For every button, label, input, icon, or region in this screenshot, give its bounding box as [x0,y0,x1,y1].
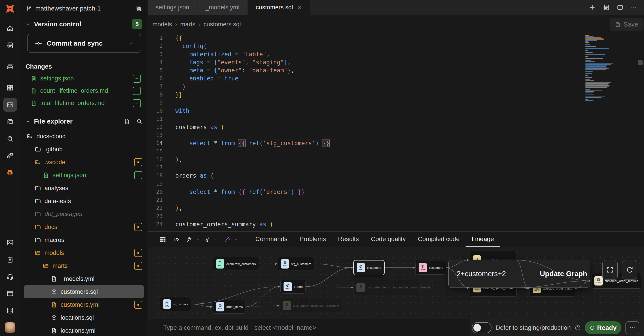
format-options-chevron-icon[interactable] [214,237,219,242]
changed-file-row[interactable]: settings.json [20,72,148,85]
scrollbar-thumb[interactable] [638,60,643,65]
copilot-fix-icon[interactable] [224,236,231,243]
more-options-icon[interactable] [630,4,637,11]
breadcrumb-item[interactable]: marts [180,21,196,28]
rail-avatar-icon[interactable] [3,321,17,335]
help-icon[interactable] [575,325,581,331]
update-graph-button[interactable]: Update Graph [537,260,590,288]
tree-item-dbt_packages[interactable]: dbt_packages [24,208,144,221]
commit-options-dropdown[interactable] [122,34,141,52]
lineage-node-test_order_items_compute_to_bools_correctly[interactable]: TSTtest_order_items_compute_to_bools_cor… [353,280,417,295]
lineage-node-stg_orders[interactable]: MDLstg_orders [160,297,191,311]
node-label: stg_orders [173,303,188,306]
new-file-icon[interactable] [124,118,130,124]
rail-frames-icon[interactable] [3,115,17,129]
tree-item-analyses[interactable]: analyses [24,182,144,195]
lineage-node-order_items[interactable]: MDLorder_items [213,300,246,314]
compile-code-icon[interactable] [173,236,180,243]
copy-branch-icon[interactable] [136,5,142,12]
tree-item-docs-cloud[interactable]: docs-cloud [24,130,144,143]
rail-notebook-icon[interactable] [3,38,17,52]
build-options-chevron-icon[interactable] [196,237,200,242]
rail-atom-icon[interactable] [3,166,17,180]
rail-home-icon[interactable] [3,21,17,35]
panel-tab-compiled-code[interactable]: Compiled code [412,232,466,247]
refresh-graph-button[interactable] [622,260,637,280]
tree-item-customers.sql[interactable]: customers.sql [24,285,144,298]
tree-item-customers.yml[interactable]: customers.yml [24,298,144,311]
breadcrumb: models›marts›customers.sql [152,21,241,28]
breadcrumb-item[interactable]: customers.sql [204,21,241,28]
open-notebook-icon[interactable] [603,4,610,11]
lineage-node-ecom.raw_customers[interactable]: SRCecom.raw_customers [213,257,259,271]
breadcrumb-item[interactable]: models [152,21,172,28]
changed-file-row[interactable]: total_lifetime_orders.md [20,97,148,109]
file-explorer-title: File explorer [34,118,72,125]
new-tab-icon[interactable] [589,4,596,11]
rail-flow-icon[interactable] [3,149,17,163]
status-badge[interactable]: Ready [585,321,622,334]
lineage-graph[interactable]: 2+customers+2 Update Graph SRCecom.raw_c… [148,247,644,319]
tree-item-.github[interactable]: .github [24,143,144,156]
split-editor-icon[interactable] [617,4,624,11]
lineage-selector-input[interactable]: 2+customers+2 [448,260,537,288]
file-icon [51,328,57,334]
rail-code-editor-icon[interactable] [3,98,17,112]
command-bar-more-button[interactable] [626,321,639,334]
rail-browser-icon[interactable] [3,287,17,301]
version-control-header[interactable]: Version control 5 [20,17,148,31]
tree-item-_models.yml[interactable]: _models.yml [24,272,144,285]
rail-search-lens-icon[interactable] [3,132,17,146]
panel-tab-problems[interactable]: Problems [294,232,332,247]
panel-tab-lineage[interactable]: Lineage [466,232,500,247]
rail-tiles-icon[interactable] [3,81,17,95]
format-icon[interactable] [205,236,212,243]
file-explorer-header[interactable]: File explorer [20,114,148,128]
rail-apps-icon[interactable] [3,304,17,318]
build-icon[interactable] [186,236,193,243]
tree-item-macros[interactable]: macros [24,234,144,246]
save-button[interactable]: Save [610,18,644,31]
lineage-node-stg_customers[interactable]: MDLstg_customers [278,257,314,271]
editor-tab-settings.json[interactable]: settings.json [148,0,198,15]
tree-item-marts[interactable]: marts [24,259,144,272]
panel-tab-results[interactable]: Results [332,232,365,247]
tree-item-locations.sql[interactable]: locations.sql [24,311,144,324]
tree-item-models[interactable]: models [24,246,144,259]
lineage-node-orders[interactable]: MDLorders [280,280,306,294]
rail-headset-icon[interactable] [3,270,17,284]
editor-tab-customers.sql[interactable]: customers.sql [248,0,310,15]
tree-item-locations.yml[interactable]: locations.yml [24,324,144,336]
stage-file-button[interactable] [133,99,141,107]
tree-item-docs[interactable]: docs [24,221,144,234]
stage-file-button[interactable] [133,75,141,83]
commit-and-sync-button[interactable]: Commit and sync [27,34,141,53]
dbt-logo-icon[interactable] [4,3,16,14]
lineage-node-customers[interactable]: SEMcustomers [416,261,446,275]
branch-row[interactable]: matthewshaver-patch-1 [20,0,148,17]
stage-file-button[interactable] [133,87,141,95]
minimap[interactable] [586,35,624,101]
panel-tab-commands[interactable]: Commands [249,232,294,247]
command-input[interactable]: Type a command, ex. dbt build --select <… [163,324,316,331]
lineage-node-customers[interactable]: MDLcustomers [353,260,384,275]
panel-tab-code-quality[interactable]: Code quality [365,232,412,247]
preview-results-icon[interactable] [159,236,166,243]
rail-clipboard-icon[interactable] [3,253,17,267]
tree-item-data-tests[interactable]: data-tests [24,195,144,208]
copilot-options-chevron-icon[interactable] [234,237,238,242]
rail-layers-icon[interactable] [3,60,17,73]
close-tab-icon[interactable] [298,5,302,10]
tree-item-.vscode[interactable]: .vscode [24,156,144,169]
modified-badge [134,262,142,270]
file-name: .vscode [44,159,65,166]
changed-file-row[interactable]: count_lifetime_orders.md [20,85,148,97]
search-files-icon[interactable] [136,118,142,124]
defer-toggle[interactable] [472,322,492,333]
rail-terminal-icon[interactable] [3,236,17,250]
fullscreen-button[interactable] [602,260,618,280]
code-editor[interactable]: 123456789101112131415161718192021222324 … [148,34,644,231]
editor-tab-_models.yml[interactable]: _models.yml [198,0,248,15]
tree-item-settings.json[interactable]: settings.json [24,169,144,182]
lineage-node-test_supply_costs_sum_correctly[interactable]: TSTtest_supply_costs_sum_correctly [280,299,342,312]
